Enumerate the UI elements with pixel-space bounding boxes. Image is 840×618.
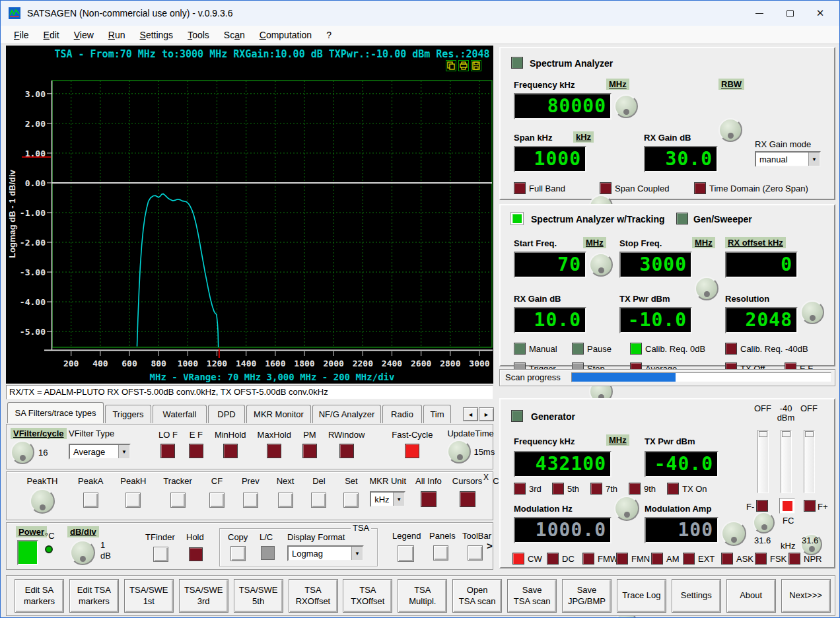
- tsa-resolution-display[interactable]: 2048: [725, 307, 798, 333]
- copy-icon[interactable]: [446, 60, 456, 71]
- lo-f-led[interactable]: [160, 444, 175, 458]
- modulation-amp-display[interactable]: 100: [645, 517, 718, 543]
- tab-scroll-left-button[interactable]: ◄: [463, 407, 478, 421]
- more-arrow-button[interactable]: >: [487, 540, 493, 551]
- peakth-knob[interactable]: [30, 489, 55, 514]
- toolbar-button[interactable]: [468, 545, 483, 561]
- tab-nf-g-analyzer[interactable]: NF/G Analyzer: [312, 405, 381, 423]
- vfilter-type-dropdown[interactable]: Average ▼: [69, 444, 131, 460]
- tsa-rxoffset-button[interactable]: TSARXOffset: [289, 579, 338, 613]
- sa-span-unit-button[interactable]: kHz: [573, 131, 594, 143]
- tfinder-button[interactable]: [153, 547, 168, 562]
- manual-led[interactable]: [514, 343, 526, 355]
- sa-rx-gain-mode-dropdown[interactable]: manual ▼: [755, 151, 821, 167]
- tsa-multipl-button[interactable]: TSAMultipl.: [398, 579, 447, 613]
- gen-tx-pwr-display[interactable]: -40.0: [645, 451, 718, 477]
- peakh-button[interactable]: [125, 493, 141, 508]
- tab-dpd[interactable]: DPD: [208, 405, 245, 423]
- npr-led[interactable]: [788, 553, 800, 565]
- gen-frequency-unit-button[interactable]: MHz: [606, 434, 629, 446]
- del-button[interactable]: [311, 493, 326, 508]
- tsa-rx-offset-knob[interactable]: [800, 300, 824, 324]
- tab-waterfall[interactable]: Waterfall: [153, 405, 207, 423]
- tsa-swe-1st-button[interactable]: TSA/SWE1st: [124, 579, 174, 613]
- menu-settings[interactable]: Settings: [133, 28, 180, 42]
- 7th-led[interactable]: [590, 483, 602, 495]
- sa-frequency-display[interactable]: 80000: [514, 93, 612, 120]
- tsa-swe-3rd-button[interactable]: TSA/SWE3rd: [179, 579, 228, 613]
- gen-tx-pwr-knob[interactable]: [721, 521, 746, 546]
- slider-handle[interactable]: [759, 431, 767, 437]
- about-button[interactable]: About: [726, 579, 776, 613]
- 5th-led[interactable]: [552, 483, 564, 495]
- f-plus-led[interactable]: [804, 500, 816, 512]
- legend-button[interactable]: [398, 545, 414, 562]
- settings-button[interactable]: Settings: [672, 579, 721, 613]
- vfilter-cycle-knob[interactable]: [11, 440, 34, 464]
- next-button[interactable]: Next>>>: [781, 579, 831, 613]
- sa-rbw-label[interactable]: RBW: [718, 79, 744, 90]
- tab-sa-filters-trace-types[interactable]: SA Filters/trace types: [7, 402, 104, 423]
- sa-frequency-unit-button[interactable]: MHz: [606, 79, 629, 90]
- tx-on-led[interactable]: [667, 483, 679, 495]
- print-icon[interactable]: [458, 60, 469, 71]
- menu-view[interactable]: View: [67, 28, 100, 42]
- rwindow-led[interactable]: [339, 444, 354, 458]
- minhold-led[interactable]: [223, 444, 238, 458]
- tsa-txoffset-button[interactable]: TSATXOffset: [343, 579, 392, 613]
- sa-frequency-knob[interactable]: [614, 94, 638, 118]
- 9th-led[interactable]: [629, 483, 641, 495]
- am-led[interactable]: [651, 553, 663, 565]
- dc-led[interactable]: [547, 553, 559, 565]
- tsa-start-unit-button[interactable]: MHz: [583, 237, 606, 248]
- minimize-button[interactable]: [744, 1, 775, 26]
- fc-button[interactable]: [779, 498, 795, 514]
- tsa-stop-unit-button[interactable]: MHz: [692, 237, 715, 248]
- edit-tsa-markers-button[interactable]: Edit TSAmarkers: [69, 579, 119, 613]
- menu-run[interactable]: Run: [102, 28, 132, 42]
- menu-computation[interactable]: Computation: [253, 28, 318, 42]
- markers-close-button[interactable]: X: [483, 473, 489, 482]
- e-f-led[interactable]: [189, 444, 203, 458]
- menu-scan[interactable]: Scan: [217, 28, 252, 42]
- slider-handle[interactable]: [805, 431, 814, 437]
- close-button[interactable]: ✕: [805, 1, 835, 26]
- tsa-rx-offset-label[interactable]: RX offset kHz: [725, 237, 786, 248]
- time-domain-zero-span-led[interactable]: [694, 182, 706, 194]
- gen-sweeper-led[interactable]: [676, 213, 688, 224]
- calib-req-40db-led[interactable]: [725, 343, 737, 355]
- 3rd-led[interactable]: [514, 483, 526, 495]
- dbdiv-knob[interactable]: [70, 540, 95, 565]
- tsa-rx-gain-display[interactable]: 10.0: [514, 307, 586, 333]
- cursors-led[interactable]: [460, 491, 475, 507]
- sa-rbw-knob[interactable]: [718, 118, 742, 142]
- open-tsa-scan-button[interactable]: OpenTSA scan: [452, 579, 502, 613]
- next-button[interactable]: [278, 493, 293, 508]
- span-coupled-led[interactable]: [600, 182, 612, 194]
- tsa-start-display[interactable]: 70: [514, 252, 586, 278]
- gen-frequency-display[interactable]: 432100: [514, 451, 612, 477]
- tab-tim[interactable]: Tim: [423, 405, 451, 423]
- spectrum-plot[interactable]: 3.002.001.000.00-1.00-2.00-3.00-4.00-5.0…: [6, 46, 493, 384]
- fast-cycle-led[interactable]: [405, 444, 419, 458]
- tsa-rx-offset-display[interactable]: 0: [725, 252, 798, 278]
- pause-led[interactable]: [572, 343, 584, 355]
- menu-edit[interactable]: Edit: [37, 28, 66, 42]
- menu-tools[interactable]: Tools: [181, 28, 216, 42]
- modulation-hz-display[interactable]: 1000.0: [514, 517, 612, 543]
- tab-scroll-right-button[interactable]: ►: [479, 407, 494, 421]
- cw-led[interactable]: [512, 553, 524, 565]
- gen-level-slider-1[interactable]: [757, 430, 769, 493]
- sa-enable-led[interactable]: [511, 57, 523, 69]
- power-button[interactable]: [17, 540, 38, 565]
- gen-level-slider-2[interactable]: [781, 430, 792, 493]
- save-tsa-scan-button[interactable]: SaveTSA scan: [507, 579, 557, 613]
- prev-button[interactable]: [243, 493, 258, 508]
- full-band-led[interactable]: [514, 182, 526, 194]
- menu-file[interactable]: File: [7, 28, 36, 42]
- calib-req-0db-led[interactable]: [630, 343, 642, 355]
- peaka-button[interactable]: [83, 493, 98, 508]
- tsa-stop-knob[interactable]: [695, 277, 718, 300]
- ext-led[interactable]: [683, 553, 695, 565]
- trace-log-button[interactable]: Trace Log: [617, 579, 666, 613]
